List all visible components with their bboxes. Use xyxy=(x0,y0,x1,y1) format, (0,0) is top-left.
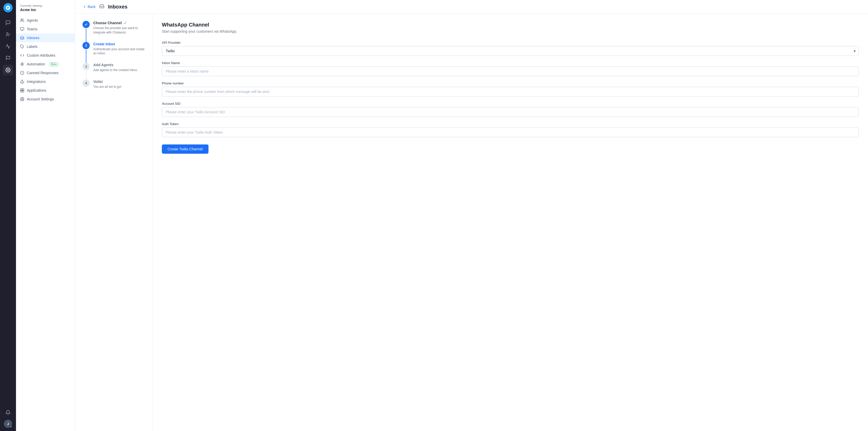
step-2-title: Create Inbox xyxy=(93,42,145,46)
step-1-title: Choose Channel ✓ xyxy=(93,21,145,25)
step-2-content: Create Inbox Authenticate your account a… xyxy=(93,42,145,56)
page-header: Back Inboxes xyxy=(75,0,868,14)
avatar[interactable]: J xyxy=(4,420,12,428)
custom-attributes-icon xyxy=(20,53,24,58)
sidebar-applications-label: Applications xyxy=(27,88,46,93)
steps-panel: Choose Channel ✓ Choose the provider you… xyxy=(75,14,153,431)
app-logo[interactable] xyxy=(3,3,12,12)
svg-point-1 xyxy=(6,33,8,34)
sidebar-labels-label: Labels xyxy=(27,44,37,49)
sidebar-integrations-label: Integrations xyxy=(27,79,45,84)
sidebar-item-labels[interactable]: Labels xyxy=(16,42,75,51)
svg-rect-13 xyxy=(20,89,22,90)
applications-icon xyxy=(20,88,24,93)
api-provider-select[interactable]: Twilio 360dialog xyxy=(162,46,859,56)
org-label: Currently viewing: xyxy=(16,4,75,8)
api-provider-label: API Provider xyxy=(162,41,859,44)
account-sid-label: Account SID xyxy=(162,102,859,106)
form-subheading: Start supporting your customers via What… xyxy=(162,29,859,33)
step-3-content: Add Agents Add agents to the created inb… xyxy=(93,63,138,72)
step-4-content: Voila! You are all set to go! xyxy=(93,79,121,89)
step-2-number: 2 xyxy=(83,42,90,49)
sidebar-item-inboxes[interactable]: Inboxes xyxy=(16,33,75,42)
step-4-number: 4 xyxy=(83,79,90,87)
step-1-check-icon xyxy=(84,23,88,26)
notifications-nav-icon[interactable] xyxy=(3,407,13,418)
sidebar-item-integrations[interactable]: Integrations xyxy=(16,77,75,86)
contacts-nav-icon[interactable] xyxy=(3,29,13,40)
svg-point-3 xyxy=(7,69,9,71)
sidebar-inboxes-label: Inboxes xyxy=(27,36,39,40)
teams-icon xyxy=(20,27,24,31)
sidebar-item-canned-responses[interactable]: Canned Responses xyxy=(16,68,75,77)
step-4-title: Voila! xyxy=(93,79,121,84)
sidebar-item-agents[interactable]: Agents xyxy=(16,16,75,25)
sidebar-agents-label: Agents xyxy=(27,18,38,23)
svg-point-4 xyxy=(21,19,22,20)
svg-marker-9 xyxy=(21,62,24,66)
step-1-content: Choose Channel ✓ Choose the provider you… xyxy=(93,21,145,35)
svg-rect-14 xyxy=(23,89,24,90)
sidebar-item-custom-attributes[interactable]: Custom Attributes xyxy=(16,51,75,60)
auth-token-group: Auth Token xyxy=(162,122,859,137)
content-area: Choose Channel ✓ Choose the provider you… xyxy=(75,14,868,431)
sidebar-automation-label: Automation xyxy=(27,62,45,66)
conversations-nav-icon[interactable] xyxy=(3,18,13,28)
main-content: Back Inboxes Choose Channel ✓ Choose the… xyxy=(75,0,868,431)
reports-nav-icon[interactable] xyxy=(3,41,13,52)
auth-token-label: Auth Token xyxy=(162,122,859,126)
step-4-description: You are all set to go! xyxy=(93,85,121,89)
sidebar-item-automation[interactable]: Automation Beta xyxy=(16,60,75,68)
api-provider-group: API Provider Twilio 360dialog ▾ xyxy=(162,41,859,56)
step-add-agents: 3 Add Agents Add agents to the created i… xyxy=(83,63,145,72)
inbox-name-label: Inbox Name xyxy=(162,61,859,65)
campaigns-nav-icon[interactable] xyxy=(3,53,13,63)
sidebar-item-teams[interactable]: Teams xyxy=(16,25,75,33)
sidebar-teams-label: Teams xyxy=(27,27,37,31)
step-3-description: Add agents to the created inbox. xyxy=(93,68,138,72)
step-choose-channel: Choose Channel ✓ Choose the provider you… xyxy=(83,21,145,35)
step-1-number xyxy=(83,21,90,28)
step-3-number: 3 xyxy=(83,63,90,70)
labels-icon xyxy=(20,44,24,49)
svg-rect-16 xyxy=(23,91,24,92)
agents-icon xyxy=(20,18,24,23)
create-twilio-channel-button[interactable]: Create Twilio Channel xyxy=(162,144,209,154)
svg-rect-5 xyxy=(20,28,24,30)
step-voila: 4 Voila! You are all set to go! xyxy=(83,79,145,89)
inbox-name-input[interactable] xyxy=(162,66,859,76)
automation-beta-badge: Beta xyxy=(49,62,59,66)
sidebar-item-account-settings[interactable]: Account Settings xyxy=(16,95,75,103)
settings-nav-icon[interactable] xyxy=(3,65,13,75)
step-1-checkmark: ✓ xyxy=(124,21,127,25)
icon-sidebar: J xyxy=(0,0,16,431)
org-name: Acme Inc xyxy=(16,8,75,16)
svg-rect-15 xyxy=(20,91,22,92)
back-label: Back xyxy=(88,5,96,9)
inbox-name-group: Inbox Name xyxy=(162,61,859,76)
page-title: Inboxes xyxy=(108,4,128,10)
phone-number-input[interactable] xyxy=(162,87,859,97)
inbox-header-icon xyxy=(99,4,104,10)
phone-number-label: Phone number xyxy=(162,81,859,85)
canned-responses-icon xyxy=(20,71,24,75)
step-create-inbox: 2 Create Inbox Authenticate your account… xyxy=(83,42,145,56)
step-1-description: Choose the provider you want to integrat… xyxy=(93,26,145,35)
sidebar-account-settings-label: Account Settings xyxy=(27,97,54,101)
integrations-icon xyxy=(20,79,24,84)
form-panel: WhatsApp Channel Start supporting your c… xyxy=(153,14,868,431)
form-heading: WhatsApp Channel xyxy=(162,22,859,28)
back-button[interactable]: Back xyxy=(83,5,96,9)
step-3-title: Add Agents xyxy=(93,63,138,67)
account-settings-icon xyxy=(20,97,24,101)
sidebar-canned-responses-label: Canned Responses xyxy=(27,71,59,75)
api-provider-select-wrapper: Twilio 360dialog ▾ xyxy=(162,46,859,56)
step-2-description: Authenticate your account and create an … xyxy=(93,47,145,56)
account-sid-input[interactable] xyxy=(162,107,859,117)
sidebar-custom-attributes-label: Custom Attributes xyxy=(27,53,55,58)
sidebar-item-applications[interactable]: Applications xyxy=(16,86,75,95)
svg-point-11 xyxy=(22,80,23,81)
auth-token-input[interactable] xyxy=(162,127,859,137)
online-status-dot xyxy=(9,425,12,428)
settings-sidebar: Currently viewing: Acme Inc Agents Teams… xyxy=(16,0,75,431)
